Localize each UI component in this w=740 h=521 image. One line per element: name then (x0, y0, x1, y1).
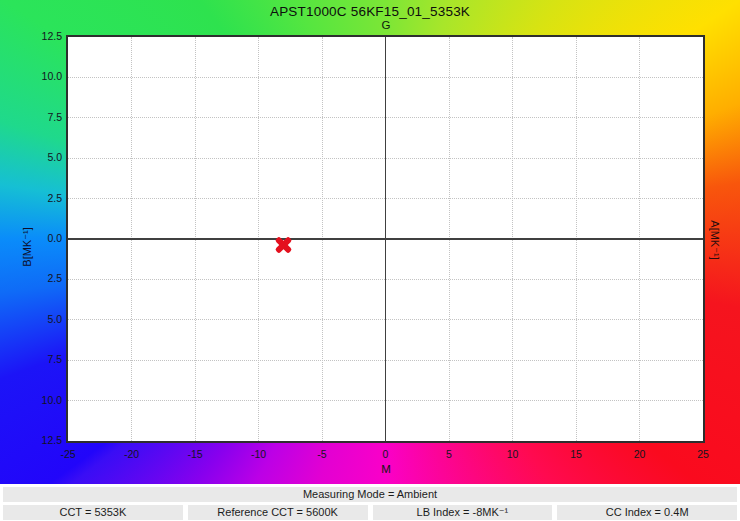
y-axis-tick-label: 10.0 (18, 70, 62, 82)
status-box-reference-cct: Reference CCT = 5600K (188, 505, 368, 520)
measuring-mode-bar: Measuring Mode = Ambient (3, 487, 737, 502)
grid-line-horizontal (68, 279, 703, 280)
x-axis-tick-label: -25 (46, 448, 90, 460)
app-window: APST1000C 56KF15_01_5353K G M B[MK⁻¹] A[… (0, 0, 740, 521)
status-area: Measuring Mode = Ambient CCT = 5353K Ref… (0, 484, 740, 521)
grid-line-horizontal (68, 360, 703, 361)
x-axis-tick-label: 20 (618, 448, 662, 460)
x-axis-tick-label: 10 (491, 448, 535, 460)
x-axis-tick-label: -15 (173, 448, 217, 460)
status-box-cct: CCT = 5353K (3, 505, 183, 520)
x-axis-tick-label: 5 (427, 448, 471, 460)
y-axis-tick-label: 7.5 (18, 111, 62, 123)
axis-label-magenta: M (381, 463, 391, 475)
grid-line-horizontal (68, 117, 703, 118)
x-axis-tick-label: 0 (364, 448, 408, 460)
grid-line-horizontal (68, 77, 703, 78)
x-axis-tick-label: 25 (681, 448, 725, 460)
x-axis-tick-label: -5 (300, 448, 344, 460)
grid-line-horizontal (68, 198, 703, 199)
axis-label-amber-text: A[MK⁻¹] (708, 220, 721, 259)
y-axis-tick-label: 2.5 (18, 272, 62, 284)
y-axis-tick-label: 5.0 (18, 151, 62, 163)
y-axis-tick-label: 7.5 (18, 353, 62, 365)
status-box-cc-index: CC Index = 0.4M (557, 505, 737, 520)
x-axis-tick-label: -20 (110, 448, 154, 460)
x-axis-tick-label: -10 (237, 448, 281, 460)
axis-label-green: G (382, 19, 391, 31)
x-axis-tick-label: 15 (554, 448, 598, 460)
y-axis-tick-label: 10.0 (18, 394, 62, 406)
y-axis-tick-label: 0.0 (18, 232, 62, 244)
y-axis-tick-label: 5.0 (18, 313, 62, 325)
y-axis-tick-label: 12.5 (18, 434, 62, 446)
status-box-lb-index: LB Index = -8MK⁻¹ (373, 505, 553, 520)
y-axis-tick-label: 2.5 (18, 192, 62, 204)
grid-line-horizontal (68, 400, 703, 401)
zero-line-horizontal (68, 238, 703, 240)
y-axis-tick-label: 12.5 (18, 30, 62, 42)
grid-line-horizontal (68, 158, 703, 159)
plot-area (68, 37, 703, 441)
grid-line-horizontal (68, 319, 703, 320)
page-title: APST1000C 56KF15_01_5353K (0, 4, 740, 19)
status-box-row: CCT = 5353K Reference CCT = 5600K LB Ind… (3, 505, 737, 520)
